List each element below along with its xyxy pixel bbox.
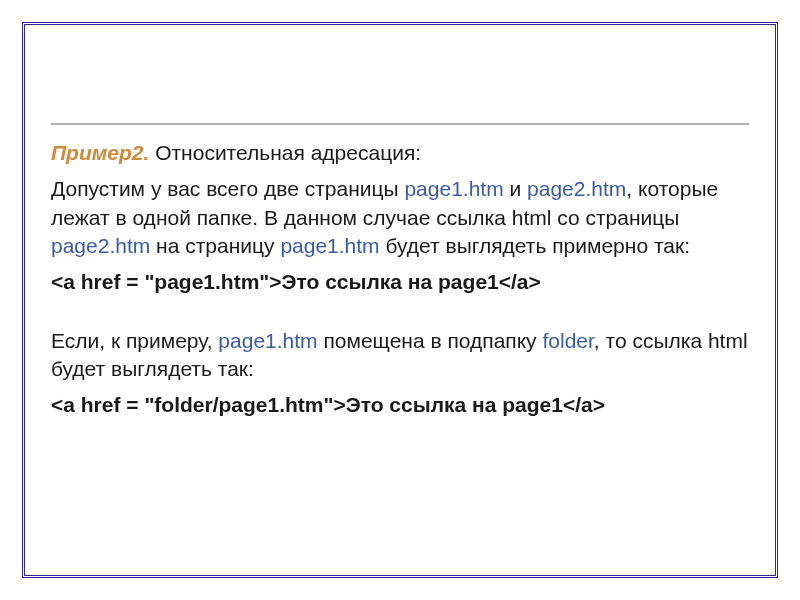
paragraph-1: Допустим у вас всего две страницы page1.… — [51, 175, 749, 260]
divider — [51, 123, 749, 125]
paragraph-2: Если, к примеру, page1.htm помещена в по… — [51, 327, 749, 384]
file-page1: page1.htm — [404, 177, 503, 200]
file-page1-ref2: page1.htm — [218, 329, 317, 352]
slide-frame: Пример2. Относительная адресация: Допуст… — [22, 22, 778, 578]
code-example-2: <a href = "folder/page1.htm">Это ссылка … — [51, 391, 749, 419]
folder-name: folder — [542, 329, 593, 352]
example-heading: Пример2. Относительная адресация: — [51, 139, 749, 167]
text: будет выглядеть примерно так: — [380, 234, 690, 257]
example-label: Пример2. — [51, 141, 149, 164]
text: Допустим у вас всего две страницы — [51, 177, 404, 200]
file-page1-ref: page1.htm — [280, 234, 379, 257]
text: и — [504, 177, 527, 200]
code-example-1: <a href = "page1.htm">Это ссылка на page… — [51, 268, 749, 296]
text: помещена в подпапку — [318, 329, 543, 352]
file-page2: page2.htm — [527, 177, 626, 200]
slide-content: Пример2. Относительная адресация: Допуст… — [25, 25, 775, 448]
example-title: Относительная адресация: — [149, 141, 421, 164]
file-page2-ref: page2.htm — [51, 234, 150, 257]
text: Если, к примеру, — [51, 329, 218, 352]
text: на страницу — [150, 234, 280, 257]
